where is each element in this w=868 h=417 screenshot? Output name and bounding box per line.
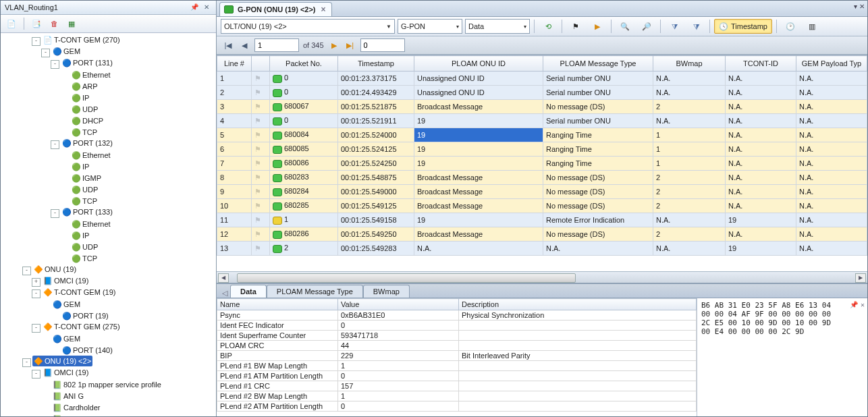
table-row[interactable]: 9⚑68028400:01:25.549000Broadcast Message… [217, 185, 867, 199]
grid-cell[interactable]: 19 [414, 157, 543, 171]
grid-cell[interactable]: 00:01:25.549250 [338, 227, 414, 242]
grid-cell[interactable]: No message (DS) [543, 227, 653, 242]
table-row[interactable]: 3⚑68006700:01:25.521875Broadcast Message… [217, 100, 867, 114]
tree-node[interactable]: 📗ANI G [51, 391, 85, 401]
grid-cell[interactable]: Ranging Time [543, 128, 653, 142]
tree-node[interactable]: 🟢UDP [70, 242, 99, 252]
grid-cell[interactable]: 00:01:25.549283 [338, 242, 414, 256]
col-desc[interactable]: Description [459, 299, 697, 310]
grid-cell[interactable]: 19 [414, 128, 543, 142]
grid-cell[interactable]: 19 [726, 242, 796, 256]
grid-cell[interactable]: N.A. [653, 114, 726, 128]
grid-cell[interactable]: 680084 [270, 128, 338, 142]
last-page-button[interactable]: ▶| [344, 39, 356, 51]
table-row[interactable]: 2⚑000:01:24.493429Unassigned ONU IDSeria… [217, 86, 867, 100]
tree-node[interactable]: 🟢UDP [70, 104, 99, 115]
table-row[interactable]: 6⚑68008500:01:25.52412519Ranging Time1N.… [217, 142, 867, 157]
play-button[interactable]: ▶ [588, 19, 607, 34]
property-row[interactable]: PLend #2 BW Map Length1 [217, 391, 697, 401]
grid-cell[interactable]: 6 [217, 142, 252, 157]
property-row[interactable]: Ident Superframe Counter593471718 [217, 331, 697, 341]
window-menu-icon[interactable]: ▾ ✕ [854, 3, 865, 10]
tab-ploam[interactable]: PLOAM Message Type [267, 285, 363, 298]
grid-cell[interactable]: N.A. [796, 157, 867, 171]
tree-node[interactable]: 🟢IP [70, 161, 90, 172]
grid-column-header[interactable]: GEM Payload Typ [796, 56, 867, 72]
grid-cell[interactable]: No message (DS) [543, 199, 653, 213]
tree-node[interactable]: 🔵PORT (131) [61, 57, 114, 68]
tree-node[interactable]: 🔵PORT (140) [61, 345, 114, 356]
close-icon[interactable]: ✕ [861, 301, 865, 308]
grid-horizontal-scrollbar[interactable]: ◀ ▶ [217, 271, 867, 283]
property-row[interactable]: BIP229Bit Interleaved Parity [217, 351, 697, 361]
grid-cell[interactable]: 11 [217, 213, 252, 227]
grid-cell[interactable]: 0 [270, 114, 338, 128]
property-row[interactable]: Ident FEC Indicator0 [217, 321, 697, 331]
grid-column-header[interactable]: Timestamp [338, 56, 414, 72]
table-row[interactable]: 13⚑200:01:25.549283N.A.N.A.N.A.19N.A. [217, 242, 867, 256]
tree-node[interactable]: 🟢Ethernet [70, 150, 112, 161]
grid-cell[interactable]: 5 [217, 128, 252, 142]
tree-node[interactable]: 🔵GEM [51, 46, 82, 57]
tree-node[interactable]: 🟢TCP [70, 127, 99, 138]
grid-cell[interactable]: ⚑ [252, 157, 270, 171]
grid-cell[interactable]: N.A. [726, 171, 796, 185]
tree-node[interactable]: 📄T-CONT GEM (270) [42, 34, 121, 45]
grid-cell[interactable]: N.A. [653, 86, 726, 100]
pin-icon[interactable]: 📌 [188, 1, 201, 14]
grid-cell[interactable]: Unassigned ONU ID [414, 86, 543, 100]
grid-cell[interactable]: 1 [653, 142, 726, 157]
grid-cell[interactable]: Unassigned ONU ID [414, 72, 543, 86]
export-excel-button[interactable]: ▦ [65, 17, 78, 30]
delete-button[interactable]: 🗑 [47, 17, 61, 30]
property-row[interactable]: PLend #1 CRC157 [217, 381, 697, 391]
grid-cell[interactable]: 2 [653, 199, 726, 213]
grid-cell[interactable]: N.A. [726, 86, 796, 100]
grid-cell[interactable]: N.A. [414, 242, 543, 256]
grid-cell[interactable]: N.A. [796, 114, 867, 128]
grid-cell[interactable]: N.A. [796, 142, 867, 157]
combo-source[interactable]: OLT/ONU (19) <2> ▼ [221, 19, 395, 34]
grid-column-header[interactable]: Packet No. [270, 56, 338, 72]
grid-cell[interactable]: 680286 [270, 227, 338, 242]
grid-cell[interactable]: ⚑ [252, 199, 270, 213]
grid-column-header[interactable]: PLOAM ONU ID [414, 56, 543, 72]
grid-cell[interactable]: 13 [217, 242, 252, 256]
grid-cell[interactable]: N.A. [726, 142, 796, 157]
tree-node[interactable]: 🔶T-CONT GEM (275) [42, 321, 121, 332]
grid-cell[interactable]: N.A. [726, 114, 796, 128]
col-value[interactable]: Value [338, 299, 459, 310]
grid-cell[interactable]: N.A. [796, 100, 867, 114]
refresh-button[interactable]: ⟲ [539, 19, 558, 34]
grid-cell[interactable]: 19 [414, 213, 543, 227]
grid-column-header[interactable]: TCONT-ID [726, 56, 796, 72]
tree-node[interactable]: 🟢IP [70, 92, 90, 103]
grid-cell[interactable]: 00:01:25.549000 [338, 185, 414, 199]
table-row[interactable]: 8⚑68028300:01:25.548875Broadcast Message… [217, 171, 867, 185]
grid-column-header[interactable]: Line # [217, 56, 252, 72]
grid-cell[interactable]: 00:01:25.524250 [338, 157, 414, 171]
grid-cell[interactable]: N.A. [796, 242, 867, 256]
grid-cell[interactable]: 3 [217, 100, 252, 114]
grid-cell[interactable]: Broadcast Message [414, 199, 543, 213]
combo-data[interactable]: Data ▾ [465, 19, 530, 34]
tree-node[interactable]: 🟢IGMP [70, 173, 103, 184]
history-button[interactable]: 🕑 [781, 19, 800, 34]
properties-grid[interactable]: Name Value Description Psync0xB6AB31E0Ph… [217, 298, 697, 416]
grid-cell[interactable]: ⚑ [252, 142, 270, 157]
property-row[interactable]: PLend #1 BW Map Length1 [217, 361, 697, 371]
grid-cell[interactable]: N.A. [796, 199, 867, 213]
tree-node[interactable]: 📗Cardholder [51, 402, 101, 413]
grid-cell[interactable]: N.A. [726, 185, 796, 199]
tree-node[interactable]: 🟢Ethernet [70, 219, 112, 229]
find-next-button[interactable]: 🔎 [637, 19, 656, 34]
tree-node[interactable]: 🔵PORT (133) [61, 206, 114, 217]
grid-cell[interactable]: 2 [653, 171, 726, 185]
packet-grid[interactable]: Line #Packet No.TimestampPLOAM ONU IDPLO… [217, 55, 867, 271]
grid-cell[interactable]: Broadcast Message [414, 227, 543, 242]
columns-button[interactable]: ▥ [803, 19, 821, 34]
grid-cell[interactable]: N.A. [796, 213, 867, 227]
grid-cell[interactable]: Broadcast Message [414, 185, 543, 199]
tree-node[interactable]: 🟢TCP [70, 253, 99, 264]
grid-cell[interactable]: 00:01:25.524125 [338, 142, 414, 157]
